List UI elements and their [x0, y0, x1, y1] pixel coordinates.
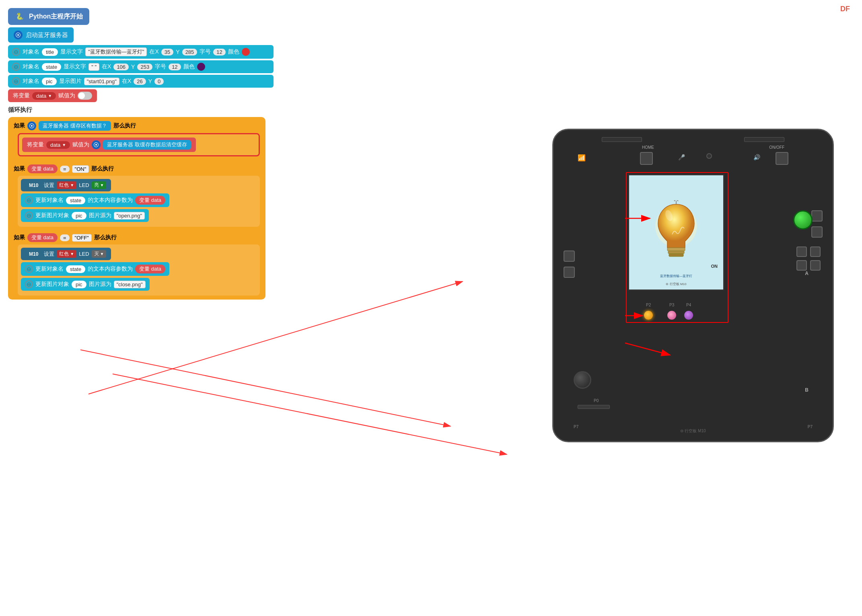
update-pic-off-val[interactable]: "close.png": [114, 281, 146, 288]
home-button[interactable]: [640, 152, 653, 165]
led-state-on[interactable]: 亮▼: [92, 181, 107, 189]
state-text-value[interactable]: " ": [88, 63, 99, 71]
right-btn-6[interactable]: [810, 260, 821, 271]
var-data-pill[interactable]: data ▼: [32, 92, 56, 100]
right-btn-1[interactable]: [811, 210, 823, 222]
title-prefix: 对象名: [23, 48, 39, 55]
loop-container: 如果 ⦿ 蓝牙服务器 缓存区有数据？ 那么执行 将变量 data ▼ 赋值为 ⦿…: [8, 117, 265, 300]
update-state-off-name[interactable]: state: [66, 265, 85, 273]
pic-action: 显示图片: [59, 78, 82, 85]
bottom-connector-left: [578, 405, 610, 409]
pic-inY: Y: [148, 78, 152, 84]
m10-off-obj: LED: [79, 251, 89, 257]
right-btn-4[interactable]: [810, 246, 821, 257]
update-pic-off-block: ⊖ 更新图片对象 pic 图片源为 "close.png": [21, 278, 150, 291]
if2-val[interactable]: "ON": [72, 165, 89, 173]
pic-display-block: ⊖ 对象名 pic 显示图片 "start01.png" 在X 26 Y 0: [8, 75, 274, 88]
toggle-switch[interactable]: [78, 92, 92, 100]
title-name-pill[interactable]: title: [42, 48, 58, 56]
left-btn-2[interactable]: [564, 267, 575, 278]
bt-start-block: ⦿ 启动蓝牙服务器: [8, 27, 74, 43]
m10-off-block: M10 设置 红色▼ LED 灭▼: [21, 248, 111, 260]
update-state-off-var[interactable]: 变量 data: [135, 265, 165, 273]
state-font-size[interactable]: 12: [169, 64, 181, 70]
led-color-on[interactable]: 红色▼: [57, 181, 76, 189]
update-state-off-suffix: 的文本内容参数为: [88, 265, 133, 273]
pic-y-value[interactable]: 0: [154, 78, 164, 85]
hw-red-box: [626, 172, 728, 323]
svg-line-8: [625, 343, 670, 355]
top-connector-right: [744, 137, 784, 142]
if2-row: 如果 变量 data = "ON" 那么执行: [14, 164, 260, 173]
state-color-dot[interactable]: [197, 63, 205, 71]
right-btn-area: [796, 246, 821, 271]
state-color-label: 颜色: [183, 63, 195, 70]
bt-action-label: 蓝牙服务器 取缓存数据后清空缓存: [103, 140, 191, 150]
right-btn-2[interactable]: [811, 226, 823, 238]
state-action: 显示文字: [64, 63, 86, 70]
right-btn-3[interactable]: [796, 246, 807, 257]
state-font: 字号: [155, 63, 166, 70]
title-inX: 在X: [149, 48, 158, 55]
if2-var[interactable]: 变量 data: [27, 164, 58, 173]
title-y-value[interactable]: 285: [182, 49, 197, 55]
if3-suffix: 那么执行: [94, 234, 117, 241]
top-connector-left: [602, 137, 642, 142]
left-btn-1[interactable]: [564, 251, 575, 262]
if3-var[interactable]: 变量 data: [27, 233, 58, 242]
onoff-button[interactable]: [776, 152, 788, 165]
right-buttons: [811, 210, 823, 238]
right-green-knob[interactable]: [793, 210, 813, 230]
bt-icon-2: ⦿: [92, 140, 101, 149]
state-name-pill[interactable]: state: [42, 63, 61, 71]
pic-text-value[interactable]: "start01.png": [84, 78, 119, 85]
update-pic-on-name[interactable]: pic: [72, 212, 86, 220]
if1-row: 如果 ⦿ 蓝牙服务器 缓存区有数据？ 那么执行: [14, 121, 260, 131]
camera: [706, 153, 712, 159]
update-pic-on-val[interactable]: "open.png": [114, 212, 145, 220]
var-data2-pill[interactable]: data ▼: [46, 141, 70, 149]
led-state-off[interactable]: 灭▼: [92, 250, 107, 258]
ominus-icon-2: ⊖: [12, 63, 20, 71]
hardware-board-area: HOME ON/OFF 📶 🎤 🔊: [552, 129, 842, 458]
if3-prefix: 如果: [14, 234, 25, 241]
wifi-area: 📶: [578, 154, 586, 162]
pic-name-pill[interactable]: pic: [42, 78, 57, 85]
if3-row: 如果 变量 data = "OFF" 那么执行: [14, 233, 260, 242]
update-pic-off-name[interactable]: pic: [72, 281, 86, 288]
ominus-icon-5: ⊖: [25, 211, 33, 220]
state-y-value[interactable]: 253: [137, 64, 152, 70]
onoff-label: ON/OFF: [769, 145, 784, 150]
p7-label-right: P7: [808, 425, 813, 429]
left-knob[interactable]: [574, 371, 591, 389]
update-pic-off-suffix: 图片源为: [89, 281, 111, 288]
update-state-on-var[interactable]: 变量 data: [135, 196, 165, 205]
var-assign-suffix: 赋值为: [58, 92, 75, 99]
var-assign2-suffix: 赋值为: [72, 141, 89, 148]
update-state-on-prefix: 更新对象名: [35, 197, 64, 204]
title-text-value[interactable]: "蓝牙数据传输—蓝牙灯": [85, 47, 147, 56]
code-area: 🐍 Python主程序开始 ⦿ 启动蓝牙服务器 ⊖ 对象名 title 显示文字…: [8, 8, 274, 300]
main-start-label: Python主程序开始: [29, 12, 83, 21]
title-color-dot[interactable]: [242, 48, 250, 56]
df-label: DF: [840, 5, 850, 13]
update-pic-on-prefix: 更新图片对象: [35, 212, 69, 219]
led-color-off[interactable]: 红色▼: [57, 250, 76, 258]
right-btn-5[interactable]: [796, 260, 807, 271]
title-display-block: ⊖ 对象名 title 显示文字 "蓝牙数据传输—蓝牙灯" 在X 35 Y 28…: [8, 45, 274, 59]
title-x-value[interactable]: 35: [161, 49, 173, 55]
title-font-size[interactable]: 12: [213, 49, 225, 55]
left-buttons: [564, 251, 575, 278]
state-display-block: ⊖ 对象名 state 显示文字 " " 在X 106 Y 253 字号 12 …: [8, 60, 274, 73]
state-x-value[interactable]: 106: [113, 64, 129, 70]
title-font: 字号: [200, 48, 211, 55]
m10-on-prefix: 设置: [44, 182, 54, 189]
title-action: 显示文字: [60, 48, 83, 55]
pic-x-value[interactable]: 26: [134, 78, 146, 85]
update-state-on-name[interactable]: state: [66, 197, 85, 204]
p0-label: P0: [594, 398, 599, 403]
mic-icon: 🎤: [678, 154, 685, 160]
if3-val[interactable]: "OFF": [72, 234, 92, 242]
ominus-icon-6: ⊖: [25, 265, 33, 273]
update-state-on-block: ⊖ 更新对象名 state 的文本内容参数为 变量 data: [21, 193, 169, 207]
